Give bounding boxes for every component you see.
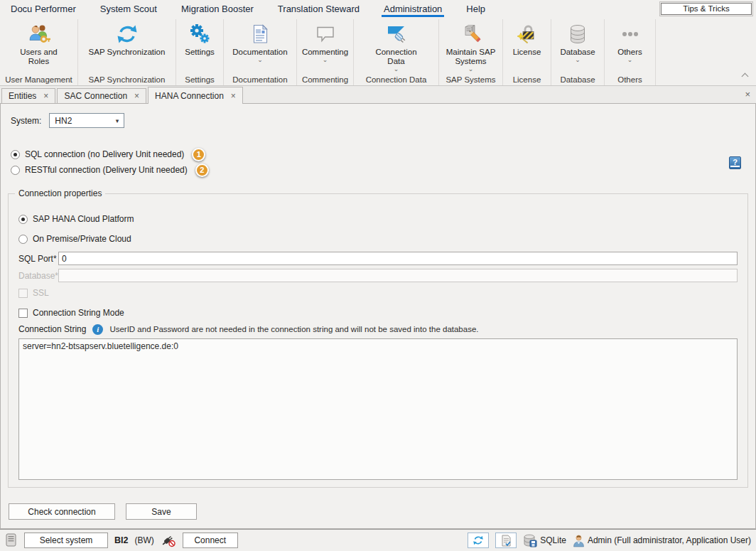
tips-tricks-button[interactable]: Tips & Tricks xyxy=(661,3,752,15)
sql-connection-label: SQL connection (no Delivery Unit needed) xyxy=(25,149,184,159)
ribbon-group-label: User Management xyxy=(0,75,77,84)
tab-label: HANA Connection xyxy=(155,91,224,101)
system-label: System: xyxy=(11,116,41,126)
action-buttons: Check connection Save xyxy=(9,503,197,520)
on-premise-option[interactable]: On Premise/Private Cloud xyxy=(18,232,131,246)
close-icon[interactable]: × xyxy=(745,89,750,100)
sql-connection-option[interactable]: SQL connection (no Delivery Unit needed)… xyxy=(11,146,209,162)
docu-performer-window: Docu Performer System Scout Migration Bo… xyxy=(0,0,756,551)
connection-string-label: Connection String xyxy=(18,324,86,334)
maintain-sap-systems-icon xyxy=(460,23,482,46)
sap-sync-icon xyxy=(116,23,139,46)
ribbon-group-documentation: Documentation ⌄ Documentation xyxy=(224,19,297,85)
ribbon-collapse-button[interactable] xyxy=(740,73,749,80)
document-check-icon xyxy=(501,535,512,547)
user-status: Admin (Full administrator, Application U… xyxy=(573,534,751,547)
restful-connection-option[interactable]: RESTful connection (Delivery Unit needed… xyxy=(11,162,209,178)
ribbon-group-sap-systems: Maintain SAP Systems ⌄ SAP Systems xyxy=(439,19,503,85)
ribbon-group-commenting: Commenting ⌄ Commenting xyxy=(297,19,354,85)
document-tab-bar: Entities × SAC Connection × HANA Connect… xyxy=(0,86,756,103)
tab-sac-connection[interactable]: SAC Connection × xyxy=(57,88,146,103)
ribbon-button-label: Settings xyxy=(185,48,215,57)
ribbon-group-sap-synchronization: SAP Synchronization SAP Synchronization xyxy=(78,19,176,85)
menu-item-system-scout[interactable]: System Scout xyxy=(100,0,157,19)
database-status: SQLite xyxy=(523,534,566,547)
database-row: Database* xyxy=(18,269,738,282)
close-icon[interactable]: × xyxy=(134,92,139,100)
connection-string-textarea[interactable]: server=hn2-btsapserv.bluetelligence.de:0 xyxy=(18,338,738,480)
tab-label: SAC Connection xyxy=(64,91,127,101)
others-dots-icon xyxy=(619,23,642,46)
documentation-icon xyxy=(249,23,271,46)
ssl-label: SSL xyxy=(33,288,49,298)
disconnected-plug-icon xyxy=(161,533,176,547)
step-badge-1: 1 xyxy=(192,148,205,161)
connection-string-mode-row[interactable]: Connection String Mode xyxy=(18,306,124,320)
select-system-button[interactable]: Select system xyxy=(24,533,108,548)
ribbon-group-label: Others xyxy=(605,75,655,84)
hana-cloud-platform-option[interactable]: SAP HANA Cloud Platform xyxy=(18,212,134,226)
menu-item-administration[interactable]: Administration xyxy=(384,0,442,19)
users-roles-icon xyxy=(28,23,50,46)
ribbon-group-license: License License xyxy=(503,19,551,85)
license-icon xyxy=(516,23,539,46)
ribbon-group-label: Commenting xyxy=(297,75,353,84)
ribbon-group-label: SAP Systems xyxy=(439,75,502,84)
hana-cloud-platform-label: SAP HANA Cloud Platform xyxy=(33,214,134,224)
tab-label: Entities xyxy=(9,91,36,101)
save-button[interactable]: Save xyxy=(126,503,197,520)
status-bar: Select system BI2 (BW) Connect xyxy=(0,529,756,551)
ribbon-button-label: License xyxy=(513,48,541,57)
refresh-icon xyxy=(472,535,484,546)
database-label: Database* xyxy=(18,271,58,281)
connection-string-note: UserID and Password are not needed in th… xyxy=(109,325,478,333)
step-badge-2: 2 xyxy=(195,164,209,177)
commenting-icon xyxy=(314,23,337,46)
radio-button[interactable] xyxy=(18,235,28,244)
connection-string-mode-label: Connection String Mode xyxy=(33,308,124,318)
system-dropdown[interactable]: HN2 ▾ xyxy=(49,113,124,128)
log-document-button[interactable] xyxy=(495,533,517,548)
chevron-down-icon: ⌄ xyxy=(468,66,474,72)
connection-string-mode-checkbox[interactable] xyxy=(18,309,28,318)
system-row: System: HN2 ▾ xyxy=(11,113,124,128)
menu-item-migration-booster[interactable]: Migration Booster xyxy=(181,0,254,19)
database-icon xyxy=(566,23,589,46)
ribbon-group-label: License xyxy=(503,75,551,84)
menu-item-help[interactable]: Help xyxy=(466,0,485,19)
help-icon[interactable]: ? xyxy=(729,156,741,169)
menu-bar: Docu Performer System Scout Migration Bo… xyxy=(0,0,756,19)
ssl-checkbox-disabled xyxy=(18,289,28,298)
restful-connection-label: RESTful connection (Delivery Unit needed… xyxy=(25,165,188,175)
radio-button-selected[interactable] xyxy=(11,150,20,159)
sql-port-row: SQL Port* 0 xyxy=(18,252,738,265)
user-label: Admin (Full administrator, Application U… xyxy=(588,535,751,545)
connection-string-row: Connection String i UserID and Password … xyxy=(18,322,479,336)
refresh-button[interactable] xyxy=(468,533,489,548)
ribbon-group-connection-data: Connection Data ⌄ Connection Data xyxy=(354,19,439,85)
close-icon[interactable]: × xyxy=(43,92,48,100)
connect-button[interactable]: Connect xyxy=(183,533,238,548)
chevron-up-icon xyxy=(741,73,748,80)
system-type-label: (BW) xyxy=(134,535,153,545)
ribbon-group-database: Database ⌄ Database xyxy=(551,19,605,85)
sqlite-database-icon xyxy=(523,534,537,547)
ribbon-group-label: Settings xyxy=(176,75,223,84)
check-connection-button[interactable]: Check connection xyxy=(9,503,115,520)
settings-gears-icon xyxy=(188,23,211,46)
menu-item-docu-performer[interactable]: Docu Performer xyxy=(11,0,76,19)
sql-port-label: SQL Port* xyxy=(18,254,58,264)
tab-hana-connection[interactable]: HANA Connection × xyxy=(148,87,243,104)
ribbon-toolbar: Users and Roles User Management SAP Sync… xyxy=(0,19,756,86)
sql-port-input[interactable]: 0 xyxy=(58,252,738,265)
hana-connection-panel: System: HN2 ▾ SQL connection (no Deliver… xyxy=(0,103,756,529)
radio-button[interactable] xyxy=(11,166,20,175)
close-icon[interactable]: × xyxy=(231,92,236,100)
database-input-disabled xyxy=(58,269,738,282)
tab-entities[interactable]: Entities × xyxy=(1,88,55,103)
dropdown-arrow-icon: ▾ xyxy=(116,117,119,124)
system-id-label: BI2 xyxy=(114,535,128,545)
menu-item-translation-steward[interactable]: Translation Steward xyxy=(278,0,360,19)
connection-type-options: SQL connection (no Delivery Unit needed)… xyxy=(11,146,209,178)
radio-button-selected[interactable] xyxy=(18,215,28,224)
